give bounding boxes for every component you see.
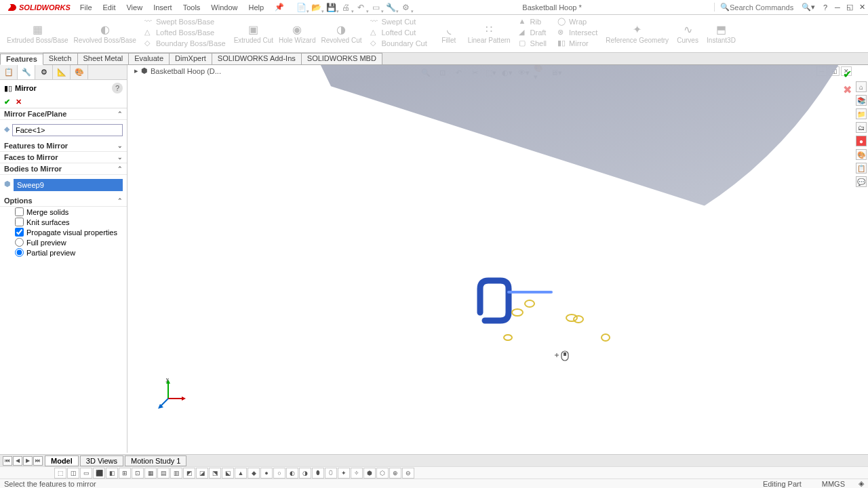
open-icon[interactable]: 📂 [310,1,322,14]
sketch-tool-14[interactable]: ⬕ [222,468,234,479]
mirror-face-section[interactable]: Mirror Face/Plane⌃ [0,108,127,120]
bodies-to-mirror-section[interactable]: Bodies to Mirror⌃ [0,163,127,175]
propmgr-help-icon[interactable]: ? [112,83,123,94]
draft-button[interactable]: ◢Draft [516,27,549,38]
lofted-boss-button[interactable]: △Lofted Boss/Base [142,27,229,38]
menu-window[interactable]: Window [205,2,243,13]
sketch-tool-15[interactable]: ▲ [235,468,247,479]
sketch-tool-19[interactable]: ◐ [286,468,298,479]
sketch-tool-9[interactable]: ▤ [157,468,170,479]
undo-icon[interactable]: ↶ [355,1,367,14]
tab-features[interactable]: Features [0,54,43,65]
sketch-tool-25[interactable]: ⬢ [363,468,376,479]
dimxpert-tab[interactable]: 📐 [53,65,71,79]
sketch-tool-5[interactable]: ◧ [106,468,118,479]
3d-views-tab[interactable]: 3D Views [80,455,123,466]
ok-button[interactable]: ✔ [4,98,10,106]
motion-study-tab[interactable]: Motion Study 1 [125,455,186,466]
sketch-tool-17[interactable]: ● [260,468,273,479]
fillet-button[interactable]: ◟Fillet [433,15,465,52]
revolved-cut-button[interactable]: ◑Revolved Cut [318,15,364,52]
sketch-tool-27[interactable]: ⊕ [389,468,401,479]
sketch-tool-7[interactable]: ⊡ [132,468,144,479]
sketch-tool-4[interactable]: ⬛ [93,468,105,479]
linear-pattern-button[interactable]: ∷Linear Pattern [465,15,513,52]
intersect-button[interactable]: ⊗Intersect [555,27,600,38]
confirm-ok-icon[interactable]: ✔ [843,68,852,81]
view-palette-icon[interactable]: ● [856,136,867,146]
sketch-tool-21[interactable]: ⬮ [312,468,324,479]
restore-button[interactable]: ◱ [844,2,856,13]
sketch-tool-11[interactable]: ◩ [183,468,195,479]
menu-edit[interactable]: Edit [98,2,121,13]
wrap-button[interactable]: ◯Wrap [555,16,600,27]
swept-boss-button[interactable]: 〰Swept Boss/Base [142,16,229,27]
propagate-checkbox[interactable] [15,228,24,237]
sketch-tool-10[interactable]: ▥ [170,468,182,479]
sketch-tool-8[interactable]: ▦ [144,468,157,479]
feature-tree-tab[interactable]: 📋 [0,65,18,79]
design-library-icon[interactable]: 📁 [856,108,867,119]
shell-button[interactable]: ▢Shell [516,38,549,49]
features-to-mirror-section[interactable]: Features to Mirror⌄ [0,140,127,152]
bodies-to-mirror-field[interactable]: Sweep9 [14,179,123,191]
cancel-button[interactable]: ✕ [16,98,22,106]
full-preview-radio[interactable] [15,238,24,247]
last-tab-button[interactable]: ⏭ [33,456,43,466]
mirror-button[interactable]: ▮▯Mirror [555,38,600,49]
search-box[interactable]: 🔍 🔍▾ [714,3,819,12]
first-tab-button[interactable]: ⏮ [3,456,12,466]
sketch-tool-12[interactable]: ◪ [196,468,208,479]
tab-mbd[interactable]: SOLIDWORKS MBD [301,53,382,64]
menu-help[interactable]: Help [243,2,269,13]
sketch-tool-3[interactable]: ▭ [80,468,92,479]
swept-cut-button[interactable]: 〰Swept Cut [368,16,430,27]
appearances-icon[interactable]: 🎨 [856,149,867,160]
new-icon[interactable]: 📄 [295,1,307,14]
sketch-tool-6[interactable]: ⊞ [119,468,131,479]
home-tab-icon[interactable]: ⌂ [856,81,867,92]
tab-dimxpert[interactable]: DimXpert [169,53,212,64]
instant3d-button[interactable]: ⬒Instant3D [704,15,738,52]
resources-tab-icon[interactable]: 📚 [856,95,867,106]
options-section[interactable]: Options⌃ [0,195,127,207]
sketch-tool-16[interactable]: ◆ [248,468,260,479]
rebuild-icon[interactable]: 🔧 [384,1,397,14]
sketch-tool-28[interactable]: ⊖ [402,468,414,479]
hole-wizard-button[interactable]: ◉Hole Wizard [276,15,318,52]
knit-surfaces-checkbox[interactable] [15,218,24,226]
status-custom-icon[interactable]: ◈ [859,479,864,488]
view-triad[interactable]: y [155,378,189,412]
custom-props-icon[interactable]: 📋 [856,163,867,174]
boundary-cut-button[interactable]: ◇Boundary Cut [368,38,430,49]
tab-evaluate[interactable]: Evaluate [128,53,170,64]
revolved-boss-button[interactable]: ◐Revolved Boss/Base [71,15,139,52]
sketch-tool-26[interactable]: ⬡ [376,468,389,479]
model-tab[interactable]: Model [45,455,79,466]
confirm-cancel-icon[interactable]: ✖ [843,83,852,96]
tab-sheet-metal[interactable]: Sheet Metal [77,53,130,64]
extruded-cut-button[interactable]: ▣Extruded Cut [231,15,276,52]
save-icon[interactable]: 💾 [325,1,337,14]
forum-icon[interactable]: 💬 [856,176,867,187]
property-tab[interactable]: 🔧 [18,65,35,79]
sketch-tool-1[interactable]: ⬚ [54,468,66,479]
breadcrumb[interactable]: ▸ ⬢ Basketball Hoop (D... [132,65,224,77]
sketch-tool-18[interactable]: ○ [273,468,285,479]
tab-addins[interactable]: SOLIDWORKS Add-Ins [212,53,302,64]
sketch-tool-13[interactable]: ⬔ [209,468,221,479]
help-button[interactable]: ? [819,2,831,13]
curves-button[interactable]: ∿Curves [671,15,704,52]
extruded-boss-button[interactable]: ▦Extruded Boss/Base [4,15,71,52]
expand-icon[interactable]: ▸ [134,66,138,75]
file-explorer-icon[interactable]: 🗂 [856,122,867,133]
minimize-button[interactable]: ─ [831,2,844,13]
menu-pin-icon[interactable]: 📌 [269,1,290,13]
lofted-cut-button[interactable]: △Lofted Cut [368,27,430,38]
tab-sketch[interactable]: Sketch [43,53,78,64]
merge-solids-checkbox[interactable] [15,207,24,216]
close-button[interactable]: ✕ [856,2,868,13]
search-dropdown-icon[interactable]: 🔍▾ [797,3,819,12]
sketch-tool-2[interactable]: ◫ [67,468,79,479]
sketch-tool-23[interactable]: ✦ [338,468,350,479]
